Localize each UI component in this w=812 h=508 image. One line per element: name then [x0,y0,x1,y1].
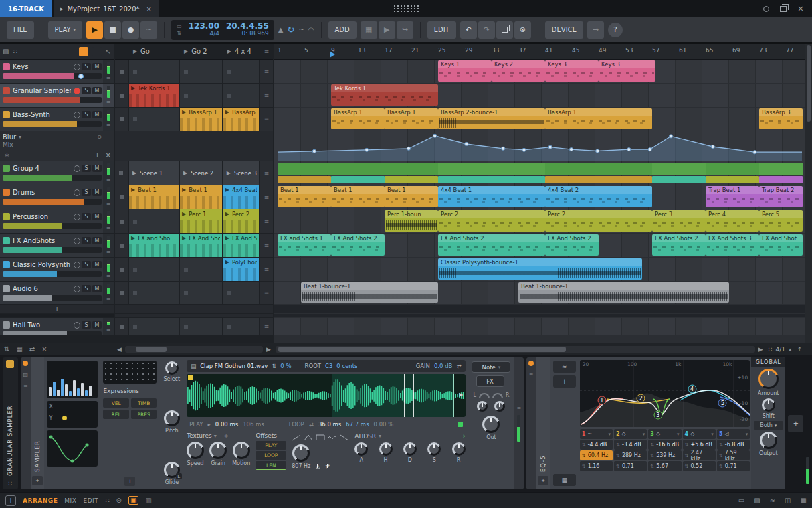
clip-menu-cell[interactable]: ≡ [260,234,273,257]
clip-play-icon[interactable]: ▶ [131,85,135,91]
mute-button[interactable]: M [92,285,102,292]
note-input-box[interactable]: Note ▾ [472,361,510,373]
launcher-clip[interactable]: ▶Beat 1 [129,185,179,209]
arranger-clip[interactable]: Perc 3 [652,210,706,232]
grid-icon[interactable]: ∷ [9,480,13,487]
arranger-clip[interactable]: Classic Polysynth-bounce-1 [438,258,642,280]
eq-band-handle-5[interactable]: 5 [718,399,727,408]
track-menu-icon[interactable]: ≡ [106,75,111,81]
mute-button[interactable]: M [92,237,102,244]
arranger-clip[interactable]: FX And Shots 2 [438,234,545,256]
clip-play-icon[interactable]: ▶ [225,259,229,265]
clip-menu-cell[interactable]: ≡ [260,108,273,131]
solo-button[interactable]: S [82,189,91,196]
arranger-clip[interactable]: 4x4 Beat 1 [438,186,545,207]
group-clip-segment[interactable] [706,176,759,183]
insert-device-icon[interactable]: → [587,21,604,39]
clip-play-icon[interactable]: ▶ [182,235,186,241]
arranger-clip[interactable]: BassArp 3 [759,108,803,129]
clip-slot[interactable] [180,318,222,335]
clip-slot[interactable] [180,60,222,83]
record-arm-button[interactable] [74,112,80,118]
clip-stop-cell[interactable] [115,318,128,335]
mode-select[interactable]: Both ▾ [754,421,783,430]
song-time[interactable]: 0:38.969 [242,31,269,37]
launcher-scroll-handle[interactable] [136,347,166,352]
grid-resolution-caret-icon[interactable]: ▴ [787,346,794,353]
launcher-scrollbar[interactable]: ◀ ▶ [114,343,274,355]
minimize-icon[interactable] [763,6,769,12]
track-header-fx-andshots[interactable]: FX AndShotsSM≡ [0,234,114,257]
loop-offset-button[interactable]: LOOP [256,451,286,460]
eq-band-type-select[interactable]: 4◇▾ [683,429,716,439]
loop-fade-value[interactable]: 0.00 % [374,421,394,428]
add-modulator-button[interactable]: + [32,476,43,485]
group-clip-segment[interactable] [652,176,706,183]
clip-slot[interactable] [129,209,179,233]
play-offset-button[interactable]: PLAY [256,441,286,450]
eq-band-type-select[interactable]: 1~▾ [580,429,613,439]
clip-slot[interactable]: ▶Beat 1 [180,185,222,209]
clip-stop-cell[interactable] [115,282,128,304]
stop-button[interactable]: ■ [104,21,121,39]
playback-start-marker[interactable] [330,51,335,58]
clip-menu-cell[interactable]: ≡ [260,60,273,83]
arranger-clip[interactable]: FX and Shots 1 [278,234,331,256]
track-collapse-icon[interactable]: ∷ [767,346,775,353]
close-icon[interactable]: × [797,5,804,13]
solo-button[interactable]: S [82,285,91,292]
group-clip-segment[interactable] [278,163,438,175]
arranger-clip[interactable]: BassArp 1 [331,108,385,129]
clip-slot[interactable]: ▶FX And Sho [223,234,259,257]
grain-freq-knob[interactable] [292,444,310,462]
eq-frequency-graph[interactable]: 20 100 1k 10k +10 -10 -20 12345 [580,360,750,427]
track-header-bass-synth[interactable]: Bass-SynthSM≡ [0,108,114,131]
solo-button[interactable]: S [82,87,91,94]
play-start-value[interactable]: 0.00 ms [215,421,238,428]
step-bar[interactable] [81,383,84,396]
eq-band-freq-value[interactable]: ⇅7.59 kHz [717,450,750,460]
clip-play-icon[interactable]: ▶ [182,211,186,217]
touch-icon[interactable]: ⊙ [116,497,122,504]
automation-options-icon[interactable]: ∗ [4,151,9,159]
track-header-group-4[interactable]: Group 4SM≡ [0,161,114,185]
group-clip-segment[interactable] [438,176,545,183]
clip-slot[interactable] [223,282,259,304]
global-output-knob[interactable] [760,432,777,449]
mute-button[interactable]: M [92,63,102,70]
eq-band-freq-value[interactable]: ⇅60.4 Hz [580,450,613,460]
fx-box[interactable]: FX [476,375,504,387]
eq-band-q-value[interactable]: ⇅0.52 [683,461,716,471]
preset-icon[interactable]: ▤ [23,371,29,377]
eq-band-handle-3[interactable]: 3 [653,411,662,420]
device-menu-icon[interactable]: ≡ [23,383,28,389]
clip-slot[interactable] [223,84,259,107]
record-arm-button[interactable] [74,238,80,244]
select-knob[interactable] [165,361,179,375]
pan-right-knob[interactable] [494,401,505,412]
automation-panel-icon[interactable]: ≈ [770,497,775,504]
track-menu-icon[interactable]: ≡ [106,99,111,105]
arranger-clip[interactable]: FX And Shots 3 [706,234,759,256]
steps-modulator-display[interactable] [47,361,98,398]
add-button[interactable]: ADD [328,21,357,39]
step-bar[interactable] [89,386,92,396]
scene-header-go[interactable]: ▶Go [129,44,179,59]
track-header-blur[interactable]: Blur▾⊙Mix∗+× [0,131,114,161]
eq-band-handle-2[interactable]: 2 [637,394,645,403]
timeline-ruler[interactable]: 1591317212529333741454953576165697377 [274,44,805,60]
record-arm-button[interactable] [74,64,80,70]
sampler-device-tab[interactable]: SAMPLER + [31,357,45,489]
arranger-clip[interactable]: FX And Shots 2 [545,234,599,256]
group-clip-segment[interactable] [331,176,385,183]
group-clip-segment[interactable] [545,163,652,175]
sample-start-marker[interactable] [188,375,193,380]
flip-icon[interactable]: ⇄ [29,345,35,353]
clip-stop-cell[interactable] [115,234,128,257]
volume-slider[interactable] [3,97,102,103]
volume-slider[interactable] [3,247,102,253]
vertical-scrollbar[interactable] [805,44,812,343]
arranger-clip[interactable]: Keys 2 [492,60,545,82]
mute-button[interactable]: M [92,87,102,94]
clip-play-icon[interactable]: ▶ [225,235,229,241]
